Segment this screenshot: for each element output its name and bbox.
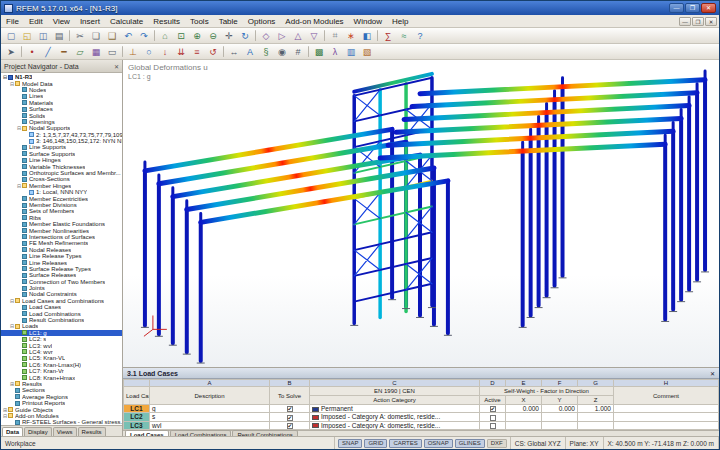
factor-y-cell[interactable] xyxy=(542,421,578,429)
load-case-row[interactable]: LC3 wvl ✔ Imposed - Category A: domestic… xyxy=(124,421,719,429)
text-comment-icon[interactable]: A xyxy=(242,45,258,59)
nodal-support-icon[interactable]: ⊥ xyxy=(125,45,141,59)
menu-item[interactable]: View xyxy=(48,15,75,27)
status-toggle[interactable]: OSNAP xyxy=(424,439,453,448)
toolbar-icon[interactable] xyxy=(255,30,256,41)
menu-item[interactable]: Results xyxy=(148,15,185,27)
child-close-button[interactable]: ✕ xyxy=(705,17,717,26)
factor-y-cell[interactable] xyxy=(542,413,578,421)
factor-z-cell[interactable] xyxy=(578,421,614,429)
to-solve-checkbox[interactable]: ✔ xyxy=(287,406,293,412)
menu-item[interactable]: Add-on Modules xyxy=(280,15,348,27)
status-toggle[interactable]: GLINES xyxy=(455,439,485,448)
numbering-icon[interactable]: # xyxy=(290,45,306,59)
comment-cell[interactable] xyxy=(614,413,719,421)
load-case-description[interactable]: g xyxy=(150,405,270,413)
results-icon[interactable]: ≈ xyxy=(396,29,412,43)
column-letter[interactable]: E xyxy=(506,380,542,387)
status-toggle[interactable]: GRID xyxy=(364,439,387,448)
minimize-button[interactable]: — xyxy=(669,3,684,13)
cut-icon[interactable]: ✂ xyxy=(72,29,88,43)
visibility-icon[interactable]: ◉ xyxy=(274,45,290,59)
column-letter[interactable]: C xyxy=(310,380,480,387)
load-case-description[interactable]: wvl xyxy=(150,421,270,429)
menu-item[interactable]: Window xyxy=(349,15,387,27)
self-weight-active-cell[interactable]: ✔ xyxy=(480,405,506,413)
view-side-icon[interactable]: △ xyxy=(290,29,306,43)
render-mode-icon[interactable]: ◧ xyxy=(359,29,375,43)
toolbar-icon[interactable] xyxy=(324,30,325,41)
navigator-tab[interactable]: Views xyxy=(53,427,77,436)
column-letter[interactable]: A xyxy=(150,380,270,387)
column-letter[interactable]: F xyxy=(542,380,578,387)
open-icon[interactable]: ◱ xyxy=(19,29,35,43)
column-letter[interactable]: B xyxy=(270,380,310,387)
load-case-description[interactable]: s xyxy=(150,413,270,421)
section-icon[interactable]: § xyxy=(258,45,274,59)
self-weight-active-cell[interactable]: ✔ xyxy=(480,413,506,421)
comment-cell[interactable] xyxy=(614,421,719,429)
member-load-icon[interactable]: ⇊ xyxy=(173,45,189,59)
load-case-id[interactable]: LC1 xyxy=(124,405,150,413)
result-tables-icon[interactable]: ▥ xyxy=(343,45,359,59)
to-solve-cell[interactable]: ✔ xyxy=(270,413,310,421)
toolbar-icon[interactable] xyxy=(308,46,309,57)
factor-z-cell[interactable] xyxy=(578,413,614,421)
menu-item[interactable]: Calculate xyxy=(105,15,148,27)
view-isometric-icon[interactable]: ◇ xyxy=(258,29,274,43)
child-restore-button[interactable]: ❐ xyxy=(692,17,704,26)
toolbar-icon[interactable] xyxy=(69,30,70,41)
to-solve-checkbox[interactable]: ✔ xyxy=(287,415,293,421)
grid-icon[interactable]: ⌗ xyxy=(327,29,343,43)
hinge-icon[interactable]: ○ xyxy=(141,45,157,59)
status-toggle[interactable]: CARTES xyxy=(389,439,421,448)
to-solve-checkbox[interactable]: ✔ xyxy=(287,423,293,429)
factor-x-cell[interactable] xyxy=(506,413,542,421)
active-checkbox[interactable]: ✔ xyxy=(490,406,496,412)
navigator-tab[interactable]: Display xyxy=(24,427,52,436)
snap-icon[interactable]: ∗ xyxy=(343,29,359,43)
calculation-params-icon[interactable]: λ xyxy=(327,45,343,59)
to-solve-cell[interactable]: ✔ xyxy=(270,405,310,413)
navigator-tab[interactable]: Data xyxy=(2,427,23,436)
load-case-id[interactable]: LC2 xyxy=(124,413,150,421)
action-category-cell[interactable]: Permanent xyxy=(310,405,480,413)
column-letter[interactable]: G xyxy=(578,380,614,387)
active-checkbox[interactable]: ✔ xyxy=(490,423,496,429)
save-icon[interactable]: ◫ xyxy=(35,29,51,43)
help-icon[interactable]: ? xyxy=(412,29,428,43)
nodal-load-icon[interactable]: ↓ xyxy=(157,45,173,59)
menu-item[interactable]: Insert xyxy=(75,15,105,27)
moment-load-icon[interactable]: ↺ xyxy=(205,45,221,59)
to-solve-cell[interactable]: ✔ xyxy=(270,421,310,429)
comment-cell[interactable] xyxy=(614,405,719,413)
status-toggle[interactable]: DXF xyxy=(487,439,507,448)
column-letter[interactable]: H xyxy=(614,380,719,387)
toolbar-icon[interactable] xyxy=(154,30,155,41)
factor-y-cell[interactable]: 0.000 xyxy=(542,405,578,413)
surface-load-icon[interactable]: ≡ xyxy=(189,45,205,59)
view-front-icon[interactable]: ▷ xyxy=(274,29,290,43)
menu-item[interactable]: Help xyxy=(387,15,413,27)
undo-icon[interactable]: ↶ xyxy=(120,29,136,43)
status-toggle[interactable]: SNAP xyxy=(338,439,362,448)
zoom-extents-icon[interactable]: ⌂ xyxy=(157,29,173,43)
dimension-icon[interactable]: ↔ xyxy=(226,45,242,59)
table-close-icon[interactable]: ✕ xyxy=(710,370,715,377)
redo-icon[interactable]: ↷ xyxy=(136,29,152,43)
close-button[interactable]: ✕ xyxy=(701,3,716,13)
solid-icon[interactable]: ▦ xyxy=(88,45,104,59)
opening-icon[interactable]: ▭ xyxy=(104,45,120,59)
calculate-icon[interactable]: ∑ xyxy=(380,29,396,43)
panel-icon[interactable]: ▧ xyxy=(359,45,375,59)
new-file-icon[interactable]: ▢ xyxy=(3,29,19,43)
menu-item[interactable]: Table xyxy=(214,15,243,27)
navigator-tab[interactable]: Results xyxy=(78,427,106,436)
action-category-cell[interactable]: Imposed - Category A: domestic, reside..… xyxy=(310,413,480,421)
toolbar-icon[interactable] xyxy=(223,46,224,57)
active-checkbox[interactable]: ✔ xyxy=(490,415,496,421)
menu-item[interactable]: Tools xyxy=(185,15,214,27)
maximize-button[interactable]: ❐ xyxy=(685,3,700,13)
status-coordinate-system[interactable]: CS: Global XYZ xyxy=(511,437,566,449)
column-letter[interactable]: D xyxy=(480,380,506,387)
